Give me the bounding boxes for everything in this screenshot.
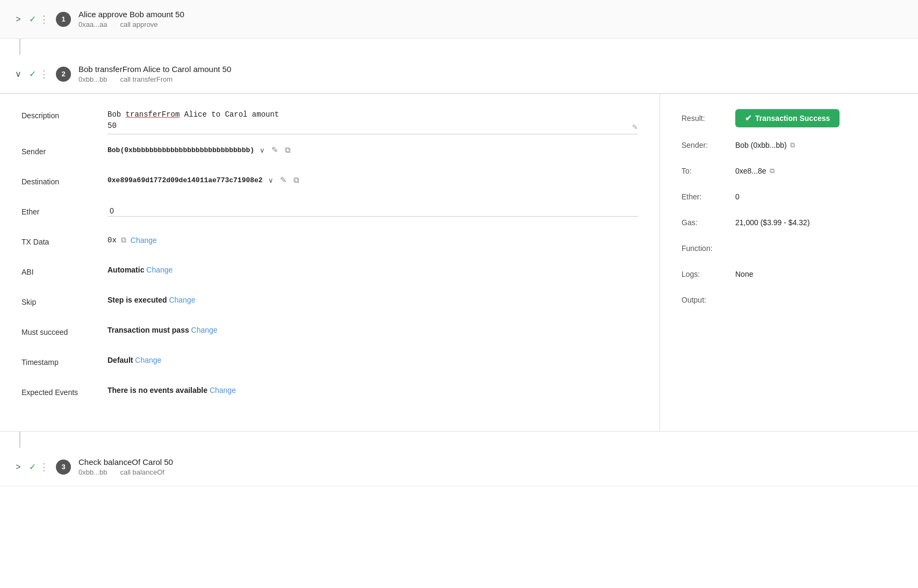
sender-copy-icon[interactable]: ⧉ [285,145,291,155]
ether-input[interactable] [107,205,638,217]
tx-data-field: 0x ⧉ Change [107,235,157,245]
result-to-value: 0xe8...8e [735,167,766,175]
ether-row: Ether [21,205,638,225]
step-3-number: 3 [56,460,71,475]
step-3-row[interactable]: > ✓ ⋮ 3 Check balanceOf Carol 50 0xbb...… [0,448,918,486]
expected-events-change-link[interactable]: Change [210,386,236,395]
description-edit-icon[interactable]: ✎ [632,123,638,131]
step-1-meta: 0xaa...aa call approve [78,20,184,28]
destination-edit-icon[interactable]: ✎ [280,175,287,185]
ether-label: Ether [21,205,107,216]
step-3-toggle[interactable]: > [13,462,24,472]
result-to-copy-icon[interactable]: ⧉ [770,167,774,175]
step-2-meta: 0xbb...bb call transferFrom [78,75,231,83]
result-to-row: To: 0xe8...8e ⧉ [682,163,897,179]
expected-events-value-container: There is no events available Change [107,386,638,395]
sender-value: Bob(0xbbbbbbbbbbbbbbbbbbbbbbbbbbbb) [107,146,254,154]
main-container: > ✓ ⋮ 1 Alice approve Bob amount 50 0xaa… [0,0,918,588]
sender-label: Sender [21,145,107,156]
result-to-label: To: [682,167,735,175]
expected-events-row: Expected Events There is no events avail… [21,386,638,405]
step-3-meta: 0xbb...bb call balanceOf [78,468,173,476]
abi-label: ABI [21,266,107,276]
timestamp-value: Default [107,356,133,364]
result-ether-label: Ether: [682,192,735,201]
step-3-address: 0xbb...bb [78,468,107,476]
result-row: Result: ✔ Transaction Success [682,109,897,127]
step-2-info: Bob transferFrom Alice to Carol amount 5… [78,64,231,83]
step-1-row[interactable]: > ✓ ⋮ 1 Alice approve Bob amount 50 0xaa… [0,0,918,39]
abi-value-container: Automatic Change [107,266,638,274]
step-1-number: 1 [56,12,71,27]
skip-row: Skip Step is executed Change [21,296,638,315]
result-to-value-container: 0xe8...8e ⧉ [735,167,774,175]
must-succeed-value: Transaction must pass [107,326,189,334]
result-function-row: Function: [682,240,897,256]
timestamp-row: Timestamp Default Change [21,356,638,375]
tx-data-value: 0x [107,236,117,245]
result-ether-row: Ether: 0 [682,189,897,205]
sender-dropdown-chevron[interactable]: ∨ [260,146,265,154]
must-succeed-label: Must succeed [21,326,107,336]
abi-row: ABI Automatic Change [21,266,638,285]
step-2-row[interactable]: ∨ ✓ ⋮ 2 Bob transferFrom Alice to Carol … [0,55,918,94]
step-2-number: 2 [56,67,71,82]
timestamp-value-container: Default Change [107,356,638,364]
sender-edit-icon[interactable]: ✎ [271,145,278,155]
destination-dropdown-chevron[interactable]: ∨ [268,176,274,184]
destination-value: 0xe899a69d1772d09de14011ae773c71908e2 [107,176,263,184]
abi-change-link[interactable]: Change [146,266,173,274]
tx-data-copy-icon[interactable]: ⧉ [121,235,126,245]
result-logs-value: None [735,270,753,278]
step-3-title: Check balanceOf Carol 50 [78,457,173,467]
result-gas-label: Gas: [682,218,735,227]
step-1-toggle[interactable]: > [13,15,24,24]
description-row: Description Bob transferFrom Alice to Ca… [21,109,638,134]
destination-row: Destination 0xe899a69d1772d09de14011ae77… [21,175,638,195]
success-check-icon: ✔ [745,113,752,123]
detail-left: Description Bob transferFrom Alice to Ca… [0,94,660,431]
result-output-row: Output: [682,292,897,308]
skip-change-link[interactable]: Change [169,296,195,304]
result-ether-value: 0 [735,192,740,201]
result-gas-row: Gas: 21,000 ($3.99 - $4.32) [682,214,897,231]
step-3-method: call balanceOf [120,468,164,476]
result-logs-row: Logs: None [682,266,897,282]
step-1-dots[interactable]: ⋮ [39,13,49,25]
result-sender-value: Bob (0xbb...bb) [735,141,787,149]
amount-text: amount [252,110,279,119]
step-3-dots[interactable]: ⋮ [39,461,49,473]
expected-events-label: Expected Events [21,386,107,397]
transaction-success-badge: ✔ Transaction Success [735,109,840,127]
sender-row: Sender Bob(0xbbbbbbbbbbbbbbbbbbbbbbbbbbb… [21,145,638,164]
destination-copy-icon[interactable]: ⧉ [293,175,299,185]
step-2-check: ✓ [29,69,36,79]
destination-label: Destination [21,175,107,186]
transfer-from-underline: transferFrom [126,110,180,119]
step-2-dots[interactable]: ⋮ [39,68,49,80]
detail-right: Result: ✔ Transaction Success Sender: Bo… [660,94,918,431]
divider-2 [19,432,20,448]
result-sender-label: Sender: [682,141,735,149]
must-succeed-change-link[interactable]: Change [191,326,218,334]
step-1-title: Alice approve Bob amount 50 [78,10,184,19]
description-text: Bob transferFrom Alice to Carol amount50 [107,109,638,134]
tx-data-change-link[interactable]: Change [131,236,157,245]
sender-field: Bob(0xbbbbbbbbbbbbbbbbbbbbbbbbbbbb) ∨ ✎ … [107,145,638,155]
detail-panel: Description Bob transferFrom Alice to Ca… [0,94,918,432]
step-1-check: ✓ [29,14,36,24]
timestamp-change-link[interactable]: Change [135,356,161,364]
description-container: Bob transferFrom Alice to Carol amount50… [107,109,638,134]
step-3-info: Check balanceOf Carol 50 0xbb...bb call … [78,457,173,476]
tx-data-row: TX Data 0x ⧉ Change [21,235,638,255]
timestamp-label: Timestamp [21,356,107,367]
step-1-address: 0xaa...aa [78,20,107,28]
description-label: Description [21,109,107,120]
result-sender-value-container: Bob (0xbb...bb) ⧉ [735,141,795,149]
step-2-method: call transferFrom [120,75,173,83]
result-gas-value: 21,000 ($3.99 - $4.32) [735,218,810,227]
step-1-method: call approve [120,20,158,28]
result-sender-copy-icon[interactable]: ⧉ [790,141,795,149]
step-2-toggle[interactable]: ∨ [13,69,24,79]
result-output-label: Output: [682,296,735,304]
